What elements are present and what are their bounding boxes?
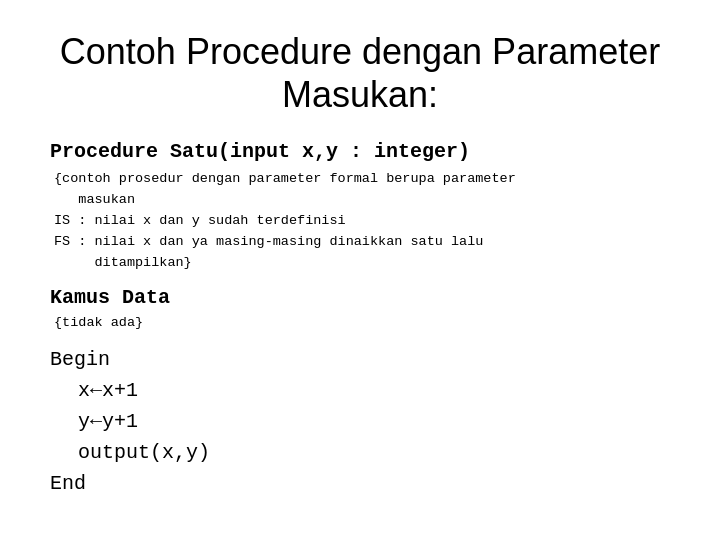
code-line-2: y←y+1 xyxy=(50,406,670,437)
kamus-block: {tidak ada} xyxy=(50,313,670,334)
end-keyword: End xyxy=(50,468,670,499)
procedure-header: Procedure Satu(input x,y : integer) xyxy=(50,140,670,163)
begin-end-block: Begin x←x+1 y←y+1 output(x,y) End xyxy=(50,344,670,499)
code-line-1: x←x+1 xyxy=(50,375,670,406)
page-container: Contoh Procedure dengan Parameter Masuka… xyxy=(0,0,720,540)
procedure-comment-block: {contoh prosedur dengan parameter formal… xyxy=(50,169,670,274)
comment-line-5: ditampilkan} xyxy=(54,253,670,274)
kamus-content: {tidak ada} xyxy=(54,313,670,334)
begin-keyword: Begin xyxy=(50,344,670,375)
comment-line-4: FS : nilai x dan ya masing-masing dinaik… xyxy=(54,232,670,253)
comment-line-1: {contoh prosedur dengan parameter formal… xyxy=(54,169,670,190)
kamus-header: Kamus Data xyxy=(50,286,670,309)
title-line1: Contoh Procedure dengan Parameter xyxy=(60,31,660,72)
comment-line-2: masukan xyxy=(54,190,670,211)
comment-line-3: IS : nilai x dan y sudah terdefinisi xyxy=(54,211,670,232)
code-line-3: output(x,y) xyxy=(50,437,670,468)
main-title: Contoh Procedure dengan Parameter Masuka… xyxy=(50,30,670,116)
title-line2: Masukan: xyxy=(282,74,438,115)
